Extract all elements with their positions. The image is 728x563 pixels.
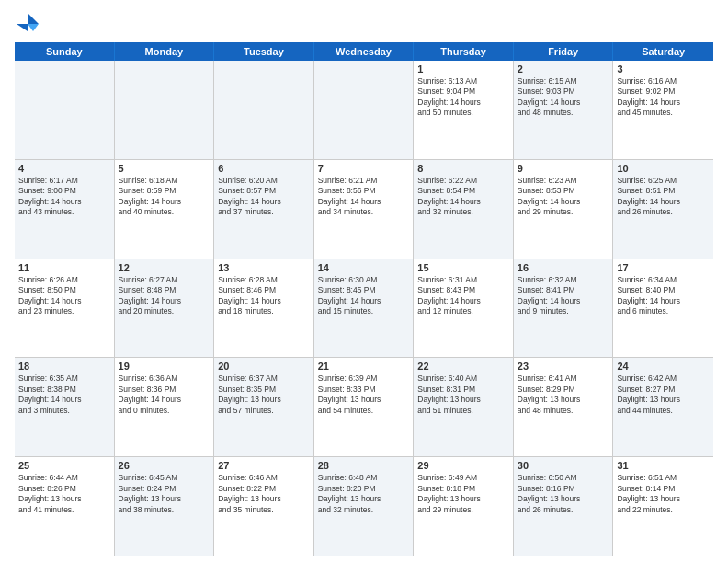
day-number: 15 <box>417 262 509 273</box>
calendar-header: SundayMondayTuesdayWednesdayThursdayFrid… <box>15 42 713 61</box>
header-day-friday: Friday <box>514 42 614 61</box>
cell-info: Sunrise: 6:46 AM Sunset: 8:22 PM Dayligh… <box>218 473 310 515</box>
day-number: 22 <box>417 361 509 372</box>
svg-marker-1 <box>28 24 39 31</box>
day-number: 21 <box>318 361 410 372</box>
cell-info: Sunrise: 6:40 AM Sunset: 8:31 PM Dayligh… <box>417 373 509 416</box>
cell-info: Sunrise: 6:48 AM Sunset: 8:20 PM Dayligh… <box>318 473 410 515</box>
cell-info: Sunrise: 6:31 AM Sunset: 8:43 PM Dayligh… <box>417 275 509 317</box>
day-number: 13 <box>218 262 310 273</box>
cal-cell-9: 9Sunrise: 6:23 AM Sunset: 8:53 PM Daylig… <box>514 160 614 259</box>
cell-info: Sunrise: 6:49 AM Sunset: 8:18 PM Dayligh… <box>417 473 509 515</box>
cell-info: Sunrise: 6:30 AM Sunset: 8:45 PM Dayligh… <box>318 275 410 317</box>
cell-info: Sunrise: 6:20 AM Sunset: 8:57 PM Dayligh… <box>218 176 310 218</box>
day-number: 23 <box>518 361 609 372</box>
cal-cell-26: 26Sunrise: 6:45 AM Sunset: 8:24 PM Dayli… <box>115 457 215 556</box>
cell-info: Sunrise: 6:35 AM Sunset: 8:38 PM Dayligh… <box>18 373 110 416</box>
cell-info: Sunrise: 6:25 AM Sunset: 8:51 PM Dayligh… <box>617 176 710 218</box>
header-day-tuesday: Tuesday <box>214 42 314 61</box>
cal-cell-3: 3Sunrise: 6:16 AM Sunset: 9:02 PM Daylig… <box>613 61 713 159</box>
day-number: 30 <box>518 460 609 471</box>
calendar-body: 1Sunrise: 6:13 AM Sunset: 9:04 PM Daylig… <box>15 61 713 556</box>
header-day-sunday: Sunday <box>15 42 115 61</box>
day-number: 16 <box>518 262 609 273</box>
day-number: 29 <box>417 460 509 471</box>
day-number: 11 <box>18 262 110 273</box>
week-row-1: 1Sunrise: 6:13 AM Sunset: 9:04 PM Daylig… <box>15 61 713 160</box>
day-number: 25 <box>18 460 110 471</box>
day-number: 8 <box>417 163 509 174</box>
day-number: 18 <box>18 361 110 372</box>
cell-info: Sunrise: 6:27 AM Sunset: 8:48 PM Dayligh… <box>119 275 210 317</box>
cal-cell-7: 7Sunrise: 6:21 AM Sunset: 8:56 PM Daylig… <box>314 160 415 259</box>
day-number: 1 <box>417 63 509 75</box>
cal-cell-16: 16Sunrise: 6:32 AM Sunset: 8:41 PM Dayli… <box>514 259 614 358</box>
day-number: 5 <box>119 163 210 174</box>
cal-cell-6: 6Sunrise: 6:20 AM Sunset: 8:57 PM Daylig… <box>214 160 314 259</box>
week-row-5: 25Sunrise: 6:44 AM Sunset: 8:26 PM Dayli… <box>15 457 713 556</box>
cal-cell-empty-0-2 <box>214 61 314 159</box>
cal-cell-15: 15Sunrise: 6:31 AM Sunset: 8:43 PM Dayli… <box>414 259 514 358</box>
day-number: 4 <box>18 163 110 174</box>
cell-info: Sunrise: 6:34 AM Sunset: 8:40 PM Dayligh… <box>617 275 710 317</box>
cal-cell-10: 10Sunrise: 6:25 AM Sunset: 8:51 PM Dayli… <box>613 160 713 259</box>
cell-info: Sunrise: 6:51 AM Sunset: 8:14 PM Dayligh… <box>617 473 710 515</box>
cal-cell-2: 2Sunrise: 6:15 AM Sunset: 9:03 PM Daylig… <box>514 61 614 159</box>
cal-cell-28: 28Sunrise: 6:48 AM Sunset: 8:20 PM Dayli… <box>314 457 415 556</box>
cell-info: Sunrise: 6:22 AM Sunset: 8:54 PM Dayligh… <box>417 176 509 218</box>
week-row-3: 11Sunrise: 6:26 AM Sunset: 8:50 PM Dayli… <box>15 259 713 359</box>
svg-marker-2 <box>17 24 28 31</box>
day-number: 26 <box>119 460 210 471</box>
cell-info: Sunrise: 6:32 AM Sunset: 8:41 PM Dayligh… <box>518 275 609 317</box>
cal-cell-21: 21Sunrise: 6:39 AM Sunset: 8:33 PM Dayli… <box>314 358 415 456</box>
cal-cell-empty-0-3 <box>314 61 415 159</box>
logo-icon <box>15 11 40 37</box>
cal-cell-12: 12Sunrise: 6:27 AM Sunset: 8:48 PM Dayli… <box>115 259 215 358</box>
page: SundayMondayTuesdayWednesdayThursdayFrid… <box>0 0 728 563</box>
svg-marker-0 <box>28 13 39 24</box>
cell-info: Sunrise: 6:44 AM Sunset: 8:26 PM Dayligh… <box>18 473 110 515</box>
cell-info: Sunrise: 6:45 AM Sunset: 8:24 PM Dayligh… <box>119 473 210 515</box>
cal-cell-30: 30Sunrise: 6:50 AM Sunset: 8:16 PM Dayli… <box>514 457 614 556</box>
day-number: 2 <box>518 63 609 75</box>
day-number: 9 <box>518 163 609 174</box>
cal-cell-4: 4Sunrise: 6:17 AM Sunset: 9:00 PM Daylig… <box>15 160 115 259</box>
cell-info: Sunrise: 6:37 AM Sunset: 8:35 PM Dayligh… <box>218 373 310 416</box>
cell-info: Sunrise: 6:15 AM Sunset: 9:03 PM Dayligh… <box>518 76 609 119</box>
day-number: 14 <box>318 262 410 273</box>
cal-cell-25: 25Sunrise: 6:44 AM Sunset: 8:26 PM Dayli… <box>15 457 115 556</box>
cal-cell-17: 17Sunrise: 6:34 AM Sunset: 8:40 PM Dayli… <box>613 259 713 358</box>
day-number: 20 <box>218 361 310 372</box>
day-number: 31 <box>617 460 710 471</box>
week-row-2: 4Sunrise: 6:17 AM Sunset: 9:00 PM Daylig… <box>15 160 713 259</box>
day-number: 27 <box>218 460 310 471</box>
cell-info: Sunrise: 6:23 AM Sunset: 8:53 PM Dayligh… <box>518 176 609 218</box>
day-number: 10 <box>617 163 710 174</box>
header-day-wednesday: Wednesday <box>314 42 415 61</box>
cell-info: Sunrise: 6:17 AM Sunset: 9:00 PM Dayligh… <box>18 176 110 218</box>
cal-cell-23: 23Sunrise: 6:41 AM Sunset: 8:29 PM Dayli… <box>514 358 614 456</box>
week-row-4: 18Sunrise: 6:35 AM Sunset: 8:38 PM Dayli… <box>15 358 713 457</box>
logo <box>15 11 44 37</box>
day-number: 7 <box>318 163 410 174</box>
cell-info: Sunrise: 6:36 AM Sunset: 8:36 PM Dayligh… <box>119 373 210 416</box>
day-number: 3 <box>617 63 710 75</box>
day-number: 6 <box>218 163 310 174</box>
cal-cell-20: 20Sunrise: 6:37 AM Sunset: 8:35 PM Dayli… <box>214 358 314 456</box>
header-day-saturday: Saturday <box>613 42 713 61</box>
cal-cell-31: 31Sunrise: 6:51 AM Sunset: 8:14 PM Dayli… <box>613 457 713 556</box>
cell-info: Sunrise: 6:16 AM Sunset: 9:02 PM Dayligh… <box>617 76 710 119</box>
cal-cell-14: 14Sunrise: 6:30 AM Sunset: 8:45 PM Dayli… <box>314 259 415 358</box>
day-number: 24 <box>617 361 710 372</box>
cal-cell-22: 22Sunrise: 6:40 AM Sunset: 8:31 PM Dayli… <box>414 358 514 456</box>
cell-info: Sunrise: 6:26 AM Sunset: 8:50 PM Dayligh… <box>18 275 110 317</box>
cal-cell-8: 8Sunrise: 6:22 AM Sunset: 8:54 PM Daylig… <box>414 160 514 259</box>
cell-info: Sunrise: 6:28 AM Sunset: 8:46 PM Dayligh… <box>218 275 310 317</box>
calendar: SundayMondayTuesdayWednesdayThursdayFrid… <box>15 42 713 556</box>
day-number: 17 <box>617 262 710 273</box>
cal-cell-empty-0-0 <box>15 61 115 159</box>
header <box>15 11 713 37</box>
cal-cell-13: 13Sunrise: 6:28 AM Sunset: 8:46 PM Dayli… <box>214 259 314 358</box>
cal-cell-27: 27Sunrise: 6:46 AM Sunset: 8:22 PM Dayli… <box>214 457 314 556</box>
cal-cell-29: 29Sunrise: 6:49 AM Sunset: 8:18 PM Dayli… <box>414 457 514 556</box>
